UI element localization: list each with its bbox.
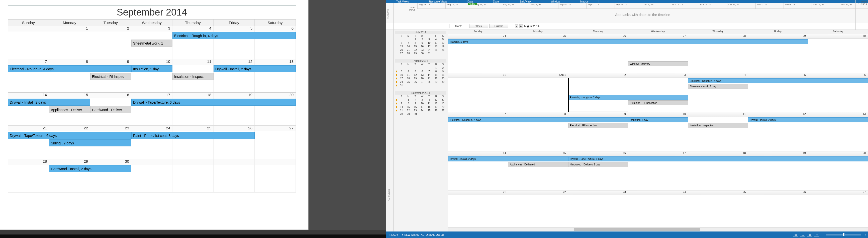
mini-day[interactable]: 17 <box>426 45 433 48</box>
mini-day[interactable] <box>405 84 412 88</box>
mini-day[interactable]: 18 <box>405 77 412 80</box>
grid-day[interactable]: 5 <box>748 73 808 77</box>
grid-day[interactable]: 4 <box>688 73 748 77</box>
mini-day[interactable]: 30 <box>439 80 446 84</box>
mini-day[interactable] <box>439 84 446 88</box>
grid-day[interactable]: 27 <box>628 34 688 38</box>
calendar-day[interactable]: 30 <box>90 159 131 165</box>
mini-day[interactable]: 10 <box>426 41 433 45</box>
calendar-day[interactable]: 5 <box>214 26 255 32</box>
mini-day[interactable] <box>419 113 426 116</box>
mini-day[interactable]: 23 <box>439 77 446 80</box>
calendar-day[interactable]: 26 <box>214 126 255 131</box>
mini-day[interactable]: 29 <box>433 80 440 84</box>
mini-day[interactable]: 19 <box>412 77 419 80</box>
mini-day[interactable]: 7 <box>398 102 405 106</box>
calendar-day[interactable] <box>255 159 296 165</box>
tab-custom[interactable]: Custom <box>489 24 508 28</box>
mini-day[interactable]: 12 <box>439 41 446 45</box>
mini-day[interactable]: 18 <box>433 45 440 48</box>
ribbon-tab[interactable]: Window <box>541 0 570 3</box>
calendar-day[interactable]: 20 <box>255 93 296 98</box>
mini-day[interactable]: 6 <box>398 41 405 45</box>
mini-day[interactable]: 6 <box>419 70 426 74</box>
mini-day[interactable]: 17 <box>398 77 405 80</box>
task-event[interactable]: Plumbing - rough-in, 2 days <box>568 95 688 100</box>
mini-day[interactable]: 20 <box>398 48 405 52</box>
calendar-day[interactable]: 13 <box>255 59 296 65</box>
grid-day[interactable]: 2 <box>568 73 628 77</box>
mini-day[interactable]: 5 <box>412 70 419 74</box>
mini-day[interactable]: 27 <box>419 80 426 84</box>
ribbon-tab[interactable]: Resource Views <box>419 0 458 3</box>
mini-day[interactable]: 30 <box>412 113 419 116</box>
mini-calendar[interactable]: September 2014▮▮▮▮SMTWTFS123456789101112… <box>394 90 448 119</box>
mini-day[interactable]: 11 <box>426 102 433 106</box>
mini-day[interactable]: 13 <box>398 45 405 48</box>
mini-day[interactable]: 22 <box>412 48 419 52</box>
grid-day[interactable]: 15 <box>508 151 568 156</box>
mini-day[interactable]: 11 <box>433 41 440 45</box>
mini-day[interactable]: 16 <box>412 106 419 109</box>
mini-day[interactable]: 27 <box>398 52 405 56</box>
task-event[interactable]: Electrical - Rough-in, 4 days <box>688 78 868 83</box>
mini-day[interactable]: 8 <box>405 102 412 106</box>
mini-day[interactable]: 21 <box>405 48 412 52</box>
view-gantt-icon[interactable]: ▤ <box>793 233 798 237</box>
zoom-slider[interactable] <box>826 234 861 236</box>
task-event[interactable]: Drywall - Install, 2 days <box>8 99 90 106</box>
calendar-day[interactable]: 24 <box>131 126 173 131</box>
mini-day[interactable]: 14 <box>405 45 412 48</box>
grid-day[interactable]: Sep 1 <box>508 73 568 77</box>
next-month-button[interactable]: ► <box>519 24 523 28</box>
mini-day[interactable]: 13 <box>419 74 426 77</box>
mini-day[interactable]: 24 <box>426 48 433 52</box>
calendar-day[interactable]: 17 <box>131 93 173 98</box>
mini-day[interactable] <box>433 84 440 88</box>
grid-day[interactable]: 22 <box>508 191 568 195</box>
calendar-day[interactable]: 29 <box>49 159 90 165</box>
mini-day[interactable]: 14 <box>398 106 405 109</box>
mini-day[interactable]: 31 <box>398 84 405 88</box>
calendar-day[interactable]: 2 <box>90 26 131 32</box>
mini-day[interactable] <box>439 52 446 56</box>
mini-day[interactable]: 12 <box>433 102 440 106</box>
calendar-day[interactable]: 23 <box>90 126 131 131</box>
view-calendar-icon[interactable]: ▦ <box>807 233 812 237</box>
mini-day[interactable]: 8 <box>433 70 440 74</box>
view-usage-icon[interactable]: ☷ <box>800 233 805 237</box>
grid-day[interactable]: 18 <box>688 151 748 156</box>
grid-day[interactable]: 26 <box>748 191 808 195</box>
calendar-day[interactable]: 8 <box>49 59 90 65</box>
prev-month-button[interactable]: ◄ <box>515 24 518 28</box>
mini-day[interactable]: 20 <box>419 77 426 80</box>
mini-day[interactable]: 23 <box>419 48 426 52</box>
mini-day[interactable]: 21 <box>398 109 405 113</box>
mini-day[interactable]: 1 <box>412 38 419 41</box>
mini-day[interactable]: 3 <box>426 38 433 41</box>
calendar-day[interactable]: 18 <box>173 93 214 98</box>
mini-day[interactable]: 2 <box>419 38 426 41</box>
grid-day[interactable]: 6 <box>808 73 868 77</box>
mini-day[interactable]: 4 <box>433 38 440 41</box>
mini-day[interactable]: 2 <box>412 99 419 102</box>
mini-day[interactable] <box>398 38 405 41</box>
grid-day[interactable]: 9 <box>568 112 628 116</box>
ribbon-tab[interactable]: Macros <box>570 0 599 3</box>
task-event[interactable]: Sheetmetal work, 1 <box>131 39 173 46</box>
mini-day[interactable]: 12 <box>412 74 419 77</box>
mini-day[interactable]: 17 <box>419 106 426 109</box>
mini-day[interactable]: 13 <box>439 102 446 106</box>
mini-day[interactable]: 18 <box>426 106 433 109</box>
grid-day[interactable]: 8 <box>508 112 568 116</box>
tab-month[interactable]: Month <box>449 24 468 28</box>
mini-day[interactable]: 1 <box>405 99 412 102</box>
calendar-day[interactable]: 22 <box>49 126 90 131</box>
calendar-day[interactable]: 27 <box>255 126 296 131</box>
mini-day[interactable]: 15 <box>405 106 412 109</box>
grid-day[interactable]: 25 <box>508 34 568 38</box>
mini-day[interactable]: 23 <box>412 109 419 113</box>
mini-day[interactable]: 19 <box>439 45 446 48</box>
ribbon-tab[interactable]: Split View <box>510 0 541 3</box>
task-event[interactable]: Hardwood - Delivery, 1 day <box>568 162 628 167</box>
